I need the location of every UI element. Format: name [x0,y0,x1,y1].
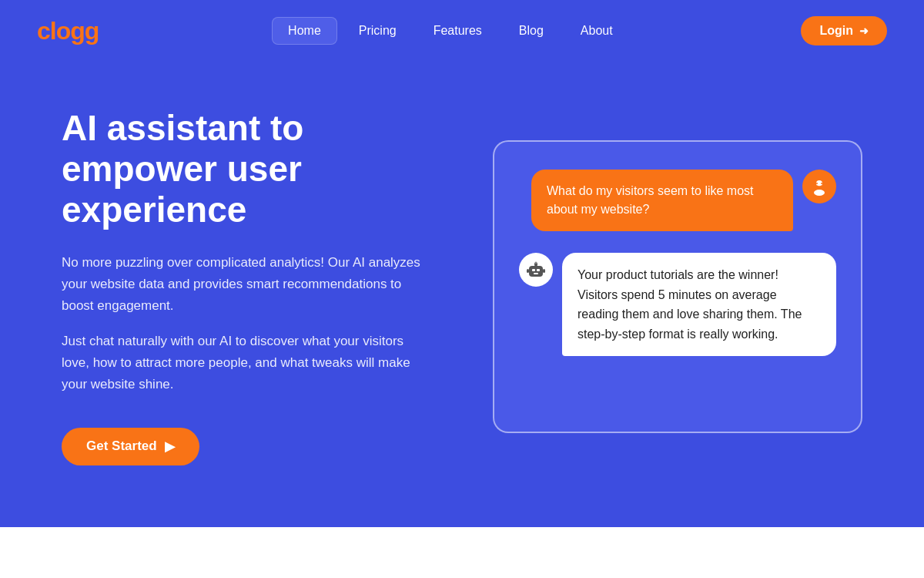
nav-links: Home Pricing Features Blog About [272,17,628,45]
svg-point-2 [816,183,818,184]
nav-link-blog[interactable]: Blog [504,18,559,44]
nav-link-features[interactable]: Features [418,18,497,44]
bot-avatar [519,253,553,287]
svg-rect-5 [532,269,535,271]
hero-description-1: No more puzzling over complicated analyt… [62,252,431,317]
arrow-right-icon: ➜ [859,25,869,37]
brand-logo: clogg [37,17,99,45]
hero-description-2: Just chat naturally with our AI to disco… [62,331,431,395]
hero-title: AI assistant to empower user experience [62,108,431,230]
bot-chat-bubble: Your product tutorials are the winner! V… [562,253,836,356]
chat-row-bot: Your product tutorials are the winner! V… [519,253,836,356]
chat-row-user: What do my visitors seem to like most ab… [519,170,836,231]
nav-link-about[interactable]: About [565,18,628,44]
svg-point-1 [814,190,825,196]
svg-rect-4 [529,266,543,277]
hero-left: AI assistant to empower user experience … [62,108,431,465]
svg-rect-11 [543,269,545,273]
hero-right: What do my visitors seem to like most ab… [493,140,862,433]
nav-link-home[interactable]: Home [272,17,337,45]
svg-point-9 [535,261,537,264]
circle-arrow-icon: ▶ [165,439,175,455]
get-started-label: Get Started [86,439,157,454]
nav-link-pricing[interactable]: Pricing [343,18,412,44]
svg-rect-7 [534,273,538,274]
svg-rect-10 [527,269,529,273]
login-button[interactable]: Login ➜ [801,16,887,45]
user-chat-bubble: What do my visitors seem to like most ab… [531,170,793,231]
hero-section: AI assistant to empower user experience … [0,62,924,527]
navbar: clogg Home Pricing Features Blog About L… [0,0,924,62]
easy-section: Easy to connect [0,527,924,578]
user-avatar [802,170,836,203]
login-label: Login [819,24,853,38]
chat-card: What do my visitors seem to like most ab… [493,140,862,433]
svg-point-3 [821,183,822,184]
svg-rect-6 [537,269,540,271]
get-started-button[interactable]: Get Started ▶ [62,428,199,465]
